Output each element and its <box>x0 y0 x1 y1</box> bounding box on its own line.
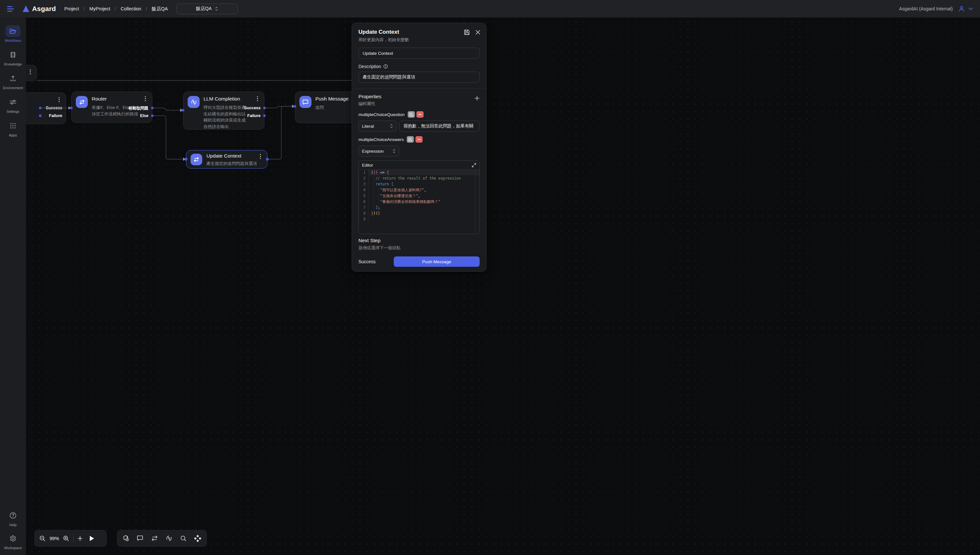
save-icon[interactable] <box>464 29 469 35</box>
description-input[interactable] <box>359 72 480 83</box>
breadcrumb-project[interactable]: Project <box>64 6 79 11</box>
node-name-input[interactable] <box>359 48 480 59</box>
sliders-icon <box>5 96 21 108</box>
edit-property-button[interactable] <box>408 111 415 118</box>
close-icon[interactable] <box>476 29 480 35</box>
remove-property-button[interactable] <box>416 111 424 118</box>
edge-router-llm <box>152 108 179 110</box>
breadcrumb-collection[interactable]: Collection <box>120 6 141 11</box>
remove-property-button[interactable] <box>415 136 423 143</box>
updown-chevron-icon <box>215 6 218 11</box>
next-step-heading: Next Step <box>359 237 480 244</box>
info-icon[interactable] <box>383 64 388 69</box>
node-update-context[interactable]: Update Context 產生固定的追問問題與選項 <box>186 150 267 168</box>
logo-triangle-icon <box>23 5 29 12</box>
book-icon <box>5 49 21 61</box>
updown-chevron-icon <box>392 149 396 153</box>
apps-grid-icon <box>5 120 21 132</box>
workflow-select[interactable]: 飯店QA <box>176 3 238 14</box>
property-name: multipleChoiceQuestion <box>359 112 405 117</box>
properties-subheading: 編輯屬性 <box>359 101 381 107</box>
code-line[interactable]: 9 <box>359 216 479 222</box>
add-property-icon[interactable] <box>474 96 480 101</box>
output-similar[interactable]: 有相似問題 <box>128 106 149 111</box>
next-step-section: Next Step 新增或選擇下一個節點 Success Push Messag… <box>359 237 480 267</box>
breadcrumb-current[interactable]: 飯店QA <box>152 6 168 12</box>
arrowhead <box>180 109 183 112</box>
node-properties-panel: Update Context 用於更新內容，初始化變數 Description … <box>352 23 487 272</box>
app-logo: Asgard <box>23 5 56 13</box>
expression-editor: Editor 1(() => {2 // return the result o… <box>359 160 480 234</box>
edge-update-push <box>267 106 291 159</box>
node-description: 呼叫大型語言模型並產生結構化的資料輸出以輔助流程的決策或生成自然語言輸出 <box>203 104 249 130</box>
output-success[interactable]: Success <box>244 106 261 110</box>
node-router[interactable]: Router 依據If、Else If、Else條件決定工作流程執行的路徑 有相… <box>71 91 152 123</box>
node-title: LLM Completion <box>203 96 260 102</box>
output-success[interactable]: Success <box>46 106 62 110</box>
code-line[interactable]: 8})() <box>359 210 479 216</box>
node-menu-icon[interactable] <box>56 97 62 102</box>
folder-icon <box>5 25 21 37</box>
sidebar: Workflows Knowledge Environment Settings <box>0 18 26 278</box>
code-line[interactable]: 7 ]; <box>359 205 479 210</box>
sidebar-item-knowledge[interactable]: Knowledge <box>0 49 26 66</box>
arrowhead <box>183 157 186 161</box>
sidebar-label: Settings <box>6 109 19 114</box>
code-area[interactable]: 1(() => {2 // return the result of the e… <box>359 170 479 234</box>
upload-icon <box>5 73 21 84</box>
update-context-icon <box>191 154 202 165</box>
node-title: Router <box>92 96 148 102</box>
node-menu-icon[interactable] <box>27 69 33 74</box>
description-label: Description <box>359 64 381 69</box>
properties-heading: Properties <box>359 94 381 99</box>
code-line[interactable]: 5 "兌換券在哪邊兌換？", <box>359 193 479 199</box>
node-description: 產生固定的追問問題與選項 <box>207 160 263 167</box>
arrowhead <box>292 105 295 108</box>
expand-icon[interactable] <box>472 163 476 167</box>
node-menu-icon[interactable] <box>258 154 263 159</box>
breadcrumb: Project / MyProject / Collection / 飯店QA <box>64 6 168 12</box>
sidebar-item-environment[interactable]: Environment <box>0 73 26 90</box>
edge-router-update <box>152 116 183 159</box>
edge-llm-push <box>264 106 291 108</box>
output-else[interactable]: Else <box>140 114 149 118</box>
edit-property-button[interactable] <box>407 136 414 143</box>
node-menu-icon[interactable] <box>143 96 148 101</box>
code-line[interactable]: 6 "餐廳的消費全部都能累積點數嗎？" <box>359 199 479 205</box>
property-type-select[interactable]: Expression <box>359 146 399 157</box>
panel-subtitle: 用於更新內容，初始化變數 <box>359 37 480 43</box>
property-value-input[interactable] <box>399 120 480 132</box>
output-failure[interactable]: Failure <box>49 114 62 118</box>
topbar: Asgard Project / MyProject / Collection … <box>0 0 490 18</box>
router-icon <box>76 96 88 108</box>
property-name: multipleChoiceAnswers <box>359 137 404 142</box>
menu-icon[interactable] <box>7 6 14 12</box>
node-entry[interactable]: Success Failure <box>26 92 66 124</box>
sidebar-label: Apps <box>9 133 17 137</box>
sidebar-label: Environment <box>3 86 23 90</box>
sidebar-item-apps[interactable]: Apps <box>0 120 26 137</box>
chat-icon <box>299 96 311 108</box>
sidebar-label: Knowledge <box>4 62 22 66</box>
push-message-next-button[interactable]: Push Message <box>394 257 480 267</box>
node-menu-icon[interactable] <box>255 96 260 101</box>
node-title: Update Context <box>207 153 263 159</box>
breadcrumb-myproject[interactable]: MyProject <box>90 6 110 11</box>
node-collapsed[interactable] <box>26 65 37 81</box>
panel-title: Update Context <box>359 29 480 35</box>
code-line[interactable]: 1(() => { <box>359 170 479 175</box>
code-line[interactable]: 3 return [ <box>359 181 479 187</box>
output-failure[interactable]: Failure <box>247 114 261 118</box>
editor-title: Editor <box>362 163 373 168</box>
sidebar-label: Workflows <box>5 38 21 42</box>
updown-chevron-icon <box>390 124 393 128</box>
node-llm-completion[interactable]: LLM Completion 呼叫大型語言模型並產生結構化的資料輸出以輔助流程的… <box>183 91 264 130</box>
sidebar-item-workflows[interactable]: Workflows <box>0 25 26 42</box>
next-step-subheading: 新增或選擇下一個節點 <box>359 245 480 251</box>
success-output-label: Success <box>359 259 376 264</box>
code-line[interactable]: 4 "我可以更改個人資料嗎?", <box>359 187 479 193</box>
code-line[interactable]: 2 // return the result of the expression <box>359 175 479 181</box>
arrowhead <box>68 106 71 109</box>
property-type-select[interactable]: Literal <box>359 120 397 132</box>
sidebar-item-settings[interactable]: Settings <box>0 96 26 114</box>
